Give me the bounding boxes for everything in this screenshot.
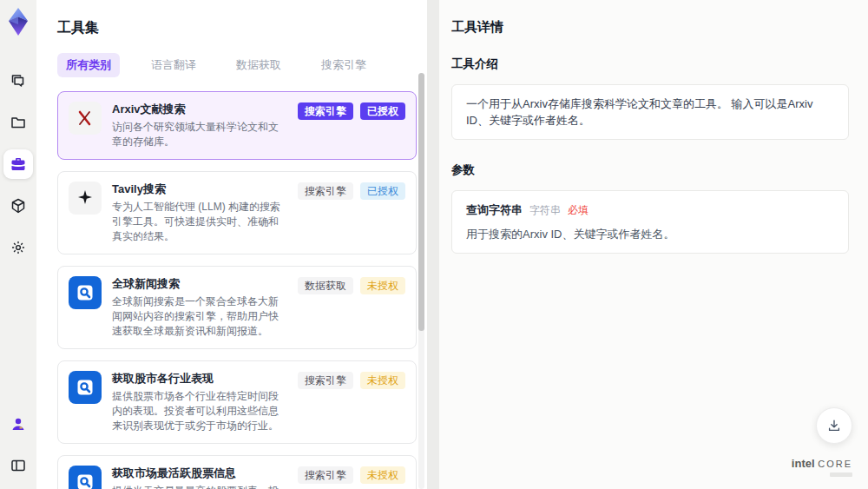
tool-detail-panel: 工具详情 工具介绍 一个用于从Arxiv存储库搜索科学论文和文章的工具。 输入可… [439,0,868,489]
search-app-icon [69,371,102,404]
intro-heading: 工具介绍 [451,56,849,72]
sidebar [0,0,36,489]
arxiv-icon [75,108,95,129]
search-app-icon [75,282,95,303]
tool-card[interactable]: Tavily搜索 专为人工智能代理 (LLM) 构建的搜索引擎工具。可快速提供实… [57,171,417,254]
tool-list-panel: 工具集 所有类别语言翻译数据获取搜索引擎 Arxiv文献搜索 访问各个研究领域大… [36,0,427,489]
page-title: 工具集 [57,19,410,37]
app-logo-icon[interactable] [5,7,31,36]
auth-status-badge: 未授权 [360,372,405,389]
tool-name: Arxiv文献搜索 [112,102,287,117]
folder-icon [10,114,27,131]
sidebar-item-chat[interactable] [3,66,33,96]
search-app-icon [69,276,102,309]
tab-3[interactable]: 搜索引擎 [312,53,375,77]
tool-name: Tavily搜索 [112,182,287,197]
user-avatar-icon [10,415,27,433]
tool-description: 专为人工智能代理 (LLM) 构建的搜索引擎工具。可快速提供实时、准确和真实的结… [112,200,287,244]
param-name: 查询字符串 [466,202,523,218]
tab-0[interactable]: 所有类别 [57,53,120,77]
param-desc: 用于搜索的Arxiv ID、关键字或作者姓名。 [466,226,834,242]
auth-status-badge: 已授权 [360,182,405,200]
briefcase-icon [10,155,27,173]
category-badge: 搜索引擎 [298,466,353,484]
cube-icon [10,197,27,215]
category-badge: 搜索引擎 [298,102,353,120]
params-heading: 参数 [451,162,849,178]
tool-card[interactable]: 获取市场最活跃股票信息 提供当天交易量最高的股票列表。投资者可以利用这些信息来识… [57,455,417,489]
category-badge: 搜索引擎 [298,372,353,389]
panel-toggle-icon [10,457,27,474]
param-type: 字符串 [529,202,561,219]
core-logo-text: CORE [818,459,852,469]
tool-list: Arxiv文献搜索 访问各个研究领域大量科学论文和文章的存储库。 搜索引擎 已授… [57,91,417,489]
auth-status-badge: 未授权 [360,277,405,294]
download-icon [826,418,842,433]
search-app-icon [69,466,102,489]
param-required-badge: 必填 [568,202,589,219]
tab-2[interactable]: 数据获取 [227,53,290,77]
sidebar-item-packages[interactable] [3,191,33,221]
tab-1[interactable]: 语言翻译 [142,53,205,77]
sidebar-item-files[interactable] [3,108,33,137]
tool-card[interactable]: Arxiv文献搜索 访问各个研究领域大量科学论文和文章的存储库。 搜索引擎 已授… [57,91,417,160]
sparkle-icon [69,182,102,215]
auth-status-badge: 未授权 [360,466,405,484]
detail-title: 工具详情 [451,19,849,36]
tool-description: 全球新闻搜索是一个聚合全球各大新闻网站内容的搜索引擎，帮助用户快速获取全球最新资… [112,294,287,339]
search-app-icon [75,377,95,398]
scrollbar-thumb[interactable] [418,73,424,331]
search-app-icon [75,472,95,489]
param-box: 查询字符串 字符串 必填 用于搜索的Arxiv ID、关键字或作者姓名。 [451,190,849,254]
category-badge: 数据获取 [298,277,353,294]
tool-name: 全球新闻搜索 [112,276,287,292]
intel-logo-subscript [830,472,852,477]
sidebar-item-account[interactable] [3,409,33,439]
tool-description: 提供当天交易量最高的股票列表。投资者可以利用这些信息来识别流动性强的股票和潜在的… [112,484,287,489]
arxiv-icon [69,102,102,135]
sidebar-item-settings[interactable] [3,233,33,262]
tool-name: 获取股市各行业表现 [112,371,287,387]
tool-description: 访问各个研究领域大量科学论文和文章的存储库。 [112,120,287,149]
tool-card[interactable]: 全球新闻搜索 全球新闻搜索是一个聚合全球各大新闻网站内容的搜索引擎，帮助用户快速… [57,266,417,349]
intel-logo-text: intel [792,457,815,470]
intel-core-logo: intel CORE [792,458,852,477]
sparkle-icon [75,188,95,208]
tool-name: 获取市场最活跃股票信息 [112,466,287,481]
app-window: 工具集 所有类别语言翻译数据获取搜索引擎 Arxiv文献搜索 访问各个研究领域大… [0,0,868,489]
download-button[interactable] [816,407,852,444]
tool-description: 提供股票市场各个行业在特定时间段内的表现。投资者可以利用这些信息来识别表现优于或… [112,389,287,433]
auth-status-badge: 已授权 [360,102,405,120]
chat-icon [10,72,27,89]
gear-icon [10,239,27,256]
sidebar-item-collapse[interactable] [3,451,33,480]
category-badge: 搜索引擎 [298,182,353,200]
list-scrollbar[interactable] [418,73,424,489]
sidebar-item-tools[interactable] [3,149,33,179]
intro-text-box: 一个用于从Arxiv存储库搜索科学论文和文章的工具。 输入可以是Arxiv ID… [451,84,849,140]
category-tabs: 所有类别语言翻译数据获取搜索引擎 [57,53,410,77]
tool-card[interactable]: 获取股市各行业表现 提供股票市场各个行业在特定时间段内的表现。投资者可以利用这些… [57,360,417,444]
